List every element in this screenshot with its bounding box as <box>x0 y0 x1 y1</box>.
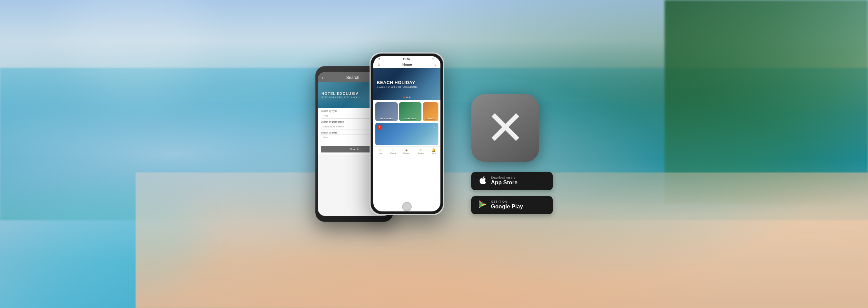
holidays-icon: ✈ <box>419 148 422 152</box>
app-store-text: Download on the App Store <box>491 176 517 186</box>
nav-wishlist-label: Wishlist <box>390 152 396 154</box>
wishlist-icon: ♡ <box>391 148 394 152</box>
home-icon: ⌂ <box>379 148 381 152</box>
iphone-home-button[interactable] <box>402 202 412 211</box>
nav-platinum-label: Platinum <box>403 152 410 154</box>
app-store-top-text: Download on the <box>491 176 517 179</box>
dot-1[interactable] <box>403 97 405 98</box>
promo-heart-icon[interactable]: ♡ <box>433 125 436 129</box>
app-icon-x-mark: ✕ <box>486 104 525 152</box>
back-icon[interactable]: ‹ <box>319 75 323 80</box>
category-city-label: City Bre... <box>423 118 438 120</box>
iphone-nav-title: Home <box>402 63 412 66</box>
iphone-time: 11:36 <box>403 58 410 61</box>
category-uk-ireland[interactable]: UK & Ireland <box>375 102 398 121</box>
google-play-text: GET IT ON Google Play <box>491 200 523 210</box>
nav-alerts[interactable]: 🔔 Alerts <box>432 148 436 154</box>
hero-subtitle: DEALS TO 100'S OF LOCATIONS <box>377 86 437 88</box>
hero-title: BEACH HOLIDAY <box>377 80 437 85</box>
google-play-main-text: Google Play <box>491 203 523 210</box>
main-content: ‹ Search HOTEL EXCLUSIV STAY FOR LESS, S… <box>0 0 868 308</box>
battery-indicator: 77% <box>432 58 436 60</box>
app-store-button[interactable]: Download on the App Store <box>471 172 553 190</box>
hero-carousel-dots <box>403 97 411 98</box>
nav-home-label: Home <box>378 152 382 154</box>
category-city-breaks[interactable]: City Bre... <box>423 102 438 121</box>
android-screen-title: Search <box>346 75 359 80</box>
platinum-icon: ◈ <box>405 148 408 152</box>
alerts-icon: 🔔 <box>432 148 436 152</box>
right-content: ✕ Download on the App Store <box>471 94 553 214</box>
nav-alerts-label: Alerts <box>432 152 436 154</box>
app-store-main-text: App Store <box>491 179 517 186</box>
iphone: 4G 11:36 77% ⊙ Home ⌕ BEACH HOLIDAY DEAL… <box>370 53 444 215</box>
iphone-status-bar: 4G 11:36 77% <box>373 56 440 61</box>
nav-wishlist[interactable]: ♡ Wishlist <box>390 148 396 154</box>
location-icon[interactable]: ⊙ <box>377 63 380 66</box>
google-play-icon <box>478 200 488 211</box>
nav-home[interactable]: ⌂ Home <box>378 148 382 154</box>
category-grid: UK & Ireland All Inclusive City Bre... <box>373 100 440 123</box>
iphone-screen: 4G 11:36 77% ⊙ Home ⌕ BEACH HOLIDAY DEAL… <box>373 56 440 211</box>
category-all-inclusive[interactable]: All Inclusive <box>399 102 421 121</box>
signal-indicator: 4G <box>377 58 380 60</box>
dot-3[interactable] <box>409 97 411 98</box>
promo-badge: 1 <box>377 125 382 130</box>
nav-holidays-label: Holidays <box>417 152 424 154</box>
promo-banner[interactable]: 1 ♡ <box>375 123 438 145</box>
iphone-search-icon[interactable]: ⌕ <box>434 63 436 66</box>
google-play-button[interactable]: GET IT ON Google Play <box>471 196 553 214</box>
iphone-inner: 4G 11:36 77% ⊙ Home ⌕ BEACH HOLIDAY DEAL… <box>371 54 443 214</box>
dot-2[interactable] <box>406 97 408 98</box>
phones-container: ‹ Search HOTEL EXCLUSIV STAY FOR LESS, S… <box>315 53 444 256</box>
nav-holidays[interactable]: ✈ Holidays <box>417 148 424 154</box>
app-icon: ✕ <box>471 94 539 162</box>
iphone-bottom-nav: ⌂ Home ♡ Wishlist ◈ Platinum ✈ <box>373 146 440 156</box>
nav-platinum[interactable]: ◈ Platinum <box>403 148 410 154</box>
google-play-top-text: GET IT ON <box>491 200 523 203</box>
iphone-nav-bar: ⊙ Home ⌕ <box>373 61 440 68</box>
hero-banner: BEACH HOLIDAY DEALS TO 100'S OF LOCATION… <box>373 68 440 100</box>
apple-icon <box>478 176 488 187</box>
category-uk-label: UK & Ireland <box>375 118 398 120</box>
category-inclusive-label: All Inclusive <box>399 118 421 120</box>
store-buttons: Download on the App Store <box>471 172 553 214</box>
